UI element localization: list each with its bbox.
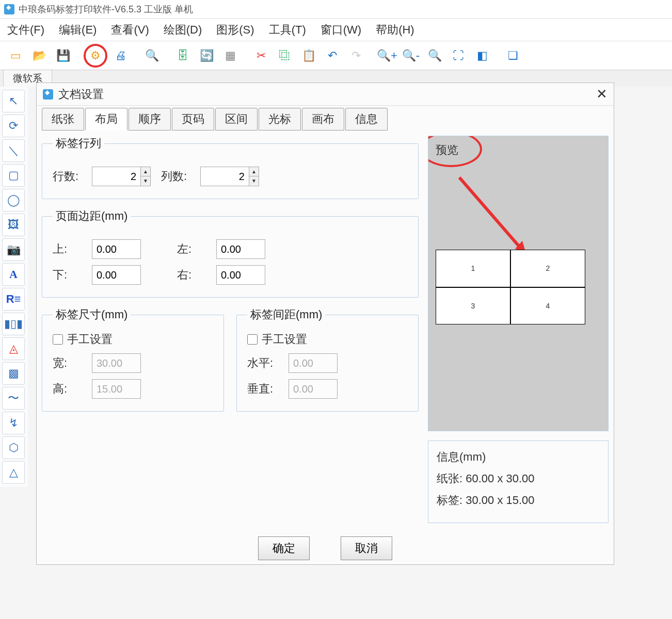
size-manual-label: 手工设置 (67, 332, 113, 347)
grid-icon[interactable]: ▦ (220, 45, 241, 66)
rowcol-legend: 标签行列 (53, 136, 104, 151)
margin-top-input[interactable] (92, 239, 141, 259)
image-tool-icon[interactable]: 🖼 (2, 214, 25, 236)
height-input[interactable] (92, 379, 141, 399)
print-icon[interactable]: 🖨 (110, 45, 131, 66)
cols-label: 列数: (161, 169, 190, 184)
open-icon[interactable]: 📂 (29, 45, 50, 66)
tab-info[interactable]: 信息 (345, 108, 388, 131)
rotate-tool-icon[interactable]: ⟳ (2, 115, 25, 137)
menu-help[interactable]: 帮助(H) (376, 22, 414, 38)
text-tool-icon[interactable]: A (2, 263, 25, 286)
select-tool-icon[interactable]: ↖ (2, 90, 25, 112)
menu-view[interactable]: 查看(V) (111, 22, 149, 38)
size-legend: 标签尺寸(mm) (53, 307, 131, 322)
paste-icon[interactable]: 📋 (298, 45, 319, 66)
preview-cell: 4 (510, 287, 585, 325)
margin-left-label: 左: (177, 241, 206, 257)
tab-canvas[interactable]: 画布 (302, 108, 344, 131)
width-label: 宽: (53, 355, 82, 371)
preview-grid: 1 2 3 4 (436, 250, 585, 324)
preview-panel: 预览 1 2 3 4 (428, 136, 609, 431)
preview-cell: 3 (436, 287, 510, 325)
menu-window[interactable]: 窗口(W) (321, 22, 361, 38)
tab-cursor[interactable]: 光标 (259, 108, 301, 131)
menu-tools[interactable]: 工具(T) (269, 22, 306, 38)
menubar: 文件(F) 编辑(E) 查看(V) 绘图(D) 图形(S) 工具(T) 窗口(W… (0, 19, 672, 41)
cancel-button[interactable]: 取消 (341, 536, 392, 560)
roundrect-tool-icon[interactable]: ▢ (2, 164, 25, 187)
menu-draw[interactable]: 绘图(D) (164, 22, 202, 38)
fit-screen-icon[interactable]: ⛶ (448, 45, 469, 66)
tab-layout[interactable]: 布局 (85, 108, 127, 131)
margin-left-input[interactable] (216, 239, 265, 259)
tab-range[interactable]: 区间 (215, 108, 258, 131)
ellipse-tool-icon[interactable]: ◯ (2, 189, 25, 211)
redo-icon[interactable]: ↷ (346, 45, 366, 66)
qrcode-tool-icon[interactable]: ▩ (2, 362, 25, 385)
rows-input[interactable] (92, 167, 141, 186)
margin-bottom-input[interactable] (92, 265, 141, 285)
gap-manual-checkbox[interactable] (247, 334, 258, 345)
menu-file[interactable]: 文件(F) (7, 22, 44, 38)
rows-down-icon[interactable]: ▼ (141, 176, 150, 185)
gap-group: 标签间距(mm) 手工设置 水平: 垂直: (236, 307, 419, 412)
barcode-tool-icon[interactable]: ▮▯▮ (2, 313, 25, 335)
app-title: 中琅条码标签打印软件-V6.5.3 工业版 单机 (19, 3, 193, 15)
tab-order[interactable]: 顺序 (129, 108, 171, 131)
fit-width-icon[interactable]: ◧ (472, 45, 492, 66)
height-label: 高: (53, 381, 82, 397)
picture-tool-icon[interactable]: 📷 (2, 238, 25, 261)
database-icon[interactable]: 🗄 (172, 45, 193, 66)
ok-button[interactable]: 确定 (258, 536, 310, 560)
close-icon[interactable]: ✕ (596, 86, 607, 102)
dialog-footer: 确定 取消 (37, 528, 614, 568)
info-paper-label: 纸张: (437, 472, 462, 485)
triangle-tool-icon[interactable]: △ (2, 461, 25, 484)
preview-cell: 2 (510, 250, 585, 287)
arrange-icon[interactable]: ❏ (503, 45, 523, 66)
shape-tool-icon[interactable]: ◬ (2, 337, 25, 360)
app-icon (4, 4, 14, 14)
menu-edit[interactable]: 编辑(E) (59, 22, 97, 38)
left-tool-palette: ↖ ⟳ ＼ ▢ ◯ 🖼 📷 A R≡ ▮▯▮ ◬ ▩ 〜 ↯ ⬡ △ (0, 87, 28, 487)
gap-h-input[interactable] (289, 353, 338, 373)
node-tool-icon[interactable]: ↯ (2, 412, 25, 434)
margins-legend: 页面边距(mm) (53, 208, 131, 224)
toolbar: ▭ 📂 💾 ⚙ 🖨 🔍 🗄 🔄 ▦ ✂ ⿻ 📋 ↶ ↷ 🔍+ 🔍- 🔍 ⛶ ◧ … (0, 41, 672, 70)
size-manual-checkbox[interactable] (53, 334, 63, 345)
width-input[interactable] (92, 353, 141, 373)
tab-paper[interactable]: 纸张 (42, 108, 84, 131)
save-icon[interactable]: 💾 (53, 45, 73, 66)
gap-v-input[interactable] (289, 379, 338, 399)
gap-h-label: 水平: (247, 355, 278, 371)
cols-input[interactable] (200, 167, 249, 186)
rows-up-icon[interactable]: ▲ (141, 167, 150, 176)
zoom-in-icon[interactable]: 🔍+ (377, 45, 397, 66)
polygon-tool-icon[interactable]: ⬡ (2, 436, 25, 459)
info-label-label: 标签: (437, 494, 462, 507)
preview-icon[interactable]: 🔍 (141, 45, 162, 66)
titlebar: 中琅条码标签打印软件-V6.5.3 工业版 单机 (0, 0, 672, 19)
zoom-out-icon[interactable]: 🔍- (401, 45, 421, 66)
richtext-tool-icon[interactable]: R≡ (2, 288, 25, 311)
cols-up-icon[interactable]: ▲ (249, 167, 259, 176)
rowcol-group: 标签行列 行数: ▲▼ 列数: ▲▼ (42, 136, 419, 199)
cut-icon[interactable]: ✂ (251, 45, 271, 66)
undo-icon[interactable]: ↶ (322, 45, 343, 66)
database-refresh-icon[interactable]: 🔄 (196, 45, 217, 66)
copy-icon[interactable]: ⿻ (275, 45, 295, 66)
curve-tool-icon[interactable]: 〜 (2, 387, 25, 410)
zoom-actual-icon[interactable]: 🔍 (424, 45, 445, 66)
margin-right-label: 右: (177, 267, 206, 283)
margin-right-input[interactable] (216, 265, 265, 285)
line-tool-icon[interactable]: ＼ (2, 139, 25, 162)
new-icon[interactable]: ▭ (5, 45, 26, 66)
preview-cell: 1 (436, 250, 510, 287)
tab-pagenum[interactable]: 页码 (172, 108, 214, 131)
settings-icon[interactable]: ⚙ (84, 44, 107, 68)
cols-down-icon[interactable]: ▼ (249, 176, 259, 185)
info-paper-value: 60.00 x 30.00 (466, 472, 534, 485)
menu-graphics[interactable]: 图形(S) (216, 22, 254, 38)
rows-label: 行数: (53, 169, 82, 184)
